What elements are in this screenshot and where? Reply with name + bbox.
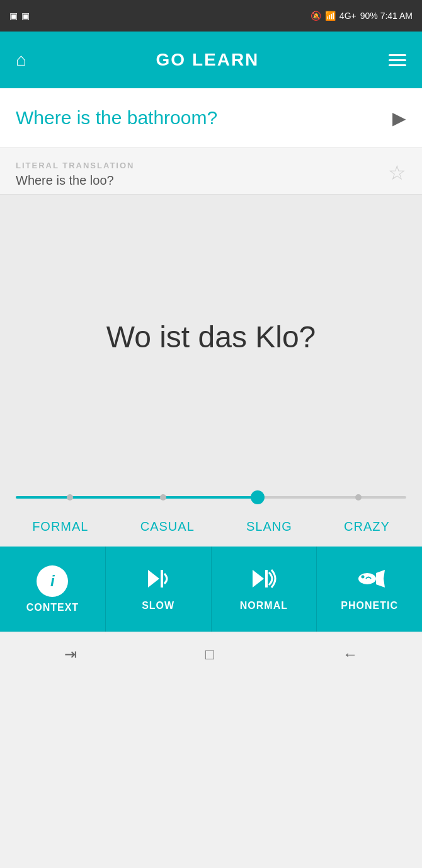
normal-button[interactable]: NORMAL (212, 547, 317, 632)
context-icon: i (37, 565, 68, 597)
crazy-label[interactable]: CRAZY (344, 519, 390, 534)
casual-label[interactable]: CASUAL (140, 519, 195, 534)
slow-button-label: SLOW (142, 600, 174, 611)
menu-line-3 (389, 64, 406, 66)
nav-back-button[interactable]: ← (343, 645, 358, 663)
phrase-section: Where is the bathroom? ▶ (0, 88, 422, 148)
slow-button[interactable]: SLOW (106, 547, 212, 632)
phonetic-button-label: PHONETIC (341, 600, 398, 611)
slang-label[interactable]: SLANG (246, 519, 292, 534)
main-content: Wo ist das Klo? (0, 195, 422, 478)
favorite-button[interactable]: ☆ (388, 161, 406, 185)
svg-point-4 (358, 573, 376, 584)
slider-section (0, 478, 422, 510)
svg-marker-2 (253, 570, 264, 587)
slider-dot-4 (355, 494, 362, 501)
formal-label[interactable]: FORMAL (32, 519, 88, 534)
translation-section: LITERAL TRANSLATION Where is the loo? ☆ (0, 148, 422, 195)
notification-icon-2: ▣ (21, 11, 30, 21)
slider-dot-2 (160, 494, 166, 501)
nav-home-button[interactable]: □ (205, 645, 215, 663)
svg-marker-0 (148, 570, 159, 587)
status-bar-right: 🔕 📶 4G+ 90% 7:41 AM (311, 11, 413, 21)
slider-fill (16, 496, 258, 499)
svg-marker-5 (376, 570, 385, 587)
nav-bar: ⇥ □ ← (0, 632, 422, 676)
mute-icon: 🔕 (311, 11, 321, 21)
status-bar: ▣ ▣ 🔕 📶 4G+ 90% 7:41 AM (0, 0, 422, 32)
context-button[interactable]: i CONTEXT (0, 547, 106, 632)
context-button-label: CONTEXT (26, 602, 79, 613)
formality-slider[interactable] (16, 488, 406, 507)
action-bar: i CONTEXT SLOW NORMAL (0, 547, 422, 632)
home-icon: ⌂ (16, 50, 26, 69)
literal-label: LITERAL TRANSLATION (16, 161, 406, 170)
normal-icon (250, 567, 278, 595)
app-header: ⌂ GO LEARN (0, 32, 422, 88)
phonetic-button[interactable]: PHONETIC (317, 547, 422, 632)
notification-icon-1: ▣ (9, 11, 18, 21)
signal-icon: 4G+ (339, 11, 356, 21)
menu-line-2 (389, 59, 406, 61)
menu-button[interactable] (389, 54, 406, 66)
slider-dot-1 (67, 494, 73, 501)
phonetic-icon (355, 567, 385, 595)
nav-recent-button[interactable]: ⇥ (64, 645, 77, 663)
app-title: GO LEARN (156, 50, 259, 70)
battery-level: 90% 7:41 AM (360, 11, 413, 21)
status-bar-left: ▣ ▣ (9, 11, 30, 21)
target-phrase: Wo ist das Klo? (106, 320, 316, 354)
wifi-icon: 📶 (325, 11, 336, 21)
literal-text: Where is the loo? (16, 173, 406, 188)
menu-line-1 (389, 54, 406, 56)
slow-icon (145, 567, 171, 595)
phrase-text[interactable]: Where is the bathroom? (16, 107, 217, 129)
context-labels: FORMAL CASUAL SLANG CRAZY (0, 510, 422, 547)
svg-point-6 (361, 575, 364, 578)
home-button[interactable]: ⌂ (16, 50, 26, 70)
normal-button-label: NORMAL (240, 600, 288, 611)
slider-track (16, 496, 406, 499)
phrase-arrow[interactable]: ▶ (392, 108, 406, 129)
slider-thumb[interactable] (251, 490, 265, 504)
